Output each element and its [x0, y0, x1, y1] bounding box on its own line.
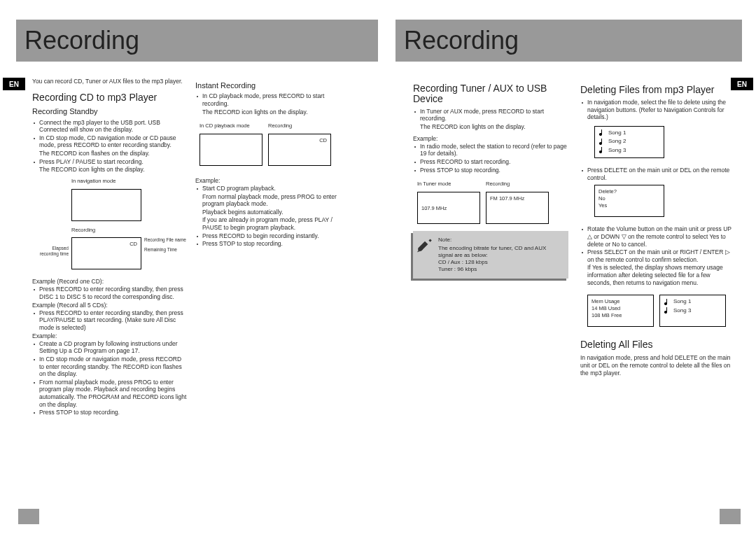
c2-box1: [200, 134, 262, 166]
c4-b3: Rotate the Volume button on the main uni…: [580, 225, 736, 248]
file-callout: Recording File name: [144, 237, 186, 242]
c2-box2: CD: [268, 134, 331, 166]
h2-delete: Deleting Files from mp3 Player: [580, 83, 736, 96]
music-note-icon: [598, 139, 604, 146]
note-header: Note:: [438, 237, 561, 244]
ex3h: Example:: [32, 332, 188, 340]
c2-exb3: Press STOP to stop recording.: [195, 240, 351, 248]
ex3b3: From normal playback mode, press PROG to…: [32, 379, 188, 409]
ex1b: Press RECORD to enter recording standby,…: [32, 286, 188, 300]
col-2: Instant Recording In CD playback mode, p…: [195, 78, 351, 248]
c1-b3: Press PLAY / PAUSE to start recording.: [32, 158, 188, 166]
h2-tuner-aux: Recording Tuner / AUX to USB Device: [413, 83, 568, 105]
nav-label: In navigation mode: [71, 178, 188, 185]
c4-b4: Press SELECT on the main unit or RIGHT /…: [580, 248, 736, 263]
ex3b2: In CD stop mode or navigation mode, pres…: [32, 356, 188, 378]
c2-lab2: Recording: [268, 122, 331, 129]
c3-exb3: Press STOP to stop recording.: [413, 167, 568, 174]
mem-usage-box: Mem Usage 14 MB Used 108 MB Free: [587, 295, 654, 327]
c2-exs1: From normal playback mode, press PROG to…: [195, 193, 351, 208]
page-footer-right: [720, 509, 741, 524]
banner-right: Recording: [396, 20, 742, 62]
music-note-icon: [664, 299, 669, 306]
ex2h: Example (Record all 5 CDs):: [32, 302, 188, 309]
c1-b2: In CD stop mode, CD navigation mode or C…: [32, 134, 188, 149]
col-3: Recording Tuner / AUX to USB Device In T…: [413, 78, 568, 279]
c3-box2: FM 107.9 MHz: [486, 192, 549, 224]
remain-callout: Remaining Time: [144, 247, 186, 252]
writing-hand-icon: [416, 235, 434, 253]
banner-left-title: Recording: [24, 24, 139, 57]
music-note-icon: [664, 307, 669, 314]
c2-exb2: Press RECORD to begin recording instantl…: [195, 232, 351, 240]
c2-b1: In CD playback mode, press RECORD to sta…: [195, 92, 351, 107]
ex3b4: Press STOP to stop recording.: [32, 409, 188, 416]
c1-b1: Connect the mp3 player to the USB port. …: [32, 119, 188, 134]
c3-lab2: Recording: [486, 181, 549, 188]
c3-exb1: In radio mode, select the station to rec…: [413, 143, 568, 157]
c2-s1: The RECORD icon lights on the display.: [195, 108, 351, 116]
nav-display-box: [71, 189, 141, 221]
c3-lab1: In Tuner mode: [417, 181, 480, 188]
c2-exs2: Playback begins automatically.: [195, 209, 351, 216]
intro: You can record CD, Tuner or AUX files to…: [32, 78, 188, 85]
page-footer-left: [18, 509, 39, 524]
note-line1: The encoding bitrate for tuner, CD and A…: [438, 245, 561, 259]
c3-s1: The RECORD icon lights on the display.: [413, 123, 568, 131]
c4-b1: In navigation mode, select the file to d…: [580, 99, 736, 121]
c1-s2: The RECORD icon lights on the display.: [32, 166, 188, 174]
note-box: Note: The encoding bitrate for tuner, CD…: [413, 231, 568, 279]
note-line2: CD / Aux : 128 kbps: [438, 259, 561, 266]
col-4: Deleting Files from mp3 Player In naviga…: [580, 78, 736, 379]
banner-left: Recording: [16, 20, 378, 62]
col-1: You can record CD, Tuner or AUX files to…: [32, 78, 188, 417]
ex3b1: Create a CD program by following instruc…: [32, 340, 188, 355]
c2-exb1: Start CD program playback.: [195, 185, 351, 192]
song-list-box: Song 1 Song 2 Song 3: [594, 126, 664, 158]
music-note-icon: [598, 147, 604, 154]
c2-exn: If you are already in program mode, pres…: [195, 216, 351, 231]
rec-label: Recording: [71, 227, 188, 234]
h2-delete-all: Deleting All Files: [580, 338, 736, 351]
rec-display-box: CD: [71, 237, 141, 269]
h3-standby: Recording Standby: [32, 106, 188, 116]
elapsed-callout: Elapsed recording time: [32, 234, 69, 255]
song-list-after-box: Song 1 Song 3: [659, 295, 726, 327]
lang-tag-left: EN: [3, 78, 25, 90]
h3-instant: Instant Recording: [195, 80, 351, 90]
c2-lab1: In CD playback mode: [200, 122, 262, 129]
c4-b2: Press DELETE on the main unit or DEL on …: [580, 167, 736, 181]
c3-box1: 107.9 MHz: [417, 192, 480, 224]
ex2b: Press RECORD to enter recording standby,…: [32, 309, 188, 332]
c4-delall: In navigation mode, press and hold DELET…: [580, 354, 736, 377]
c1-s1: The RECORD icon flashes on the display.: [32, 150, 188, 157]
c2-exh: Example:: [195, 177, 351, 185]
music-note-icon: [598, 129, 604, 136]
c3-exh: Example:: [413, 135, 568, 143]
c4-s4: If Yes is selected, the display shows me…: [580, 264, 736, 286]
h2-cd-record: Recording CD to mp3 Player: [32, 91, 188, 104]
c3-b1: In Tuner or AUX mode, press RECORD to st…: [413, 108, 568, 122]
c3-exb2: Press RECORD to start recording.: [413, 158, 568, 166]
ex1h: Example (Record one CD):: [32, 278, 188, 286]
delete-dialog-box: Delete? No Yes: [594, 185, 664, 217]
banner-right-title: Recording: [404, 24, 519, 57]
note-line3: Tuner : 96 kbps: [438, 266, 561, 273]
